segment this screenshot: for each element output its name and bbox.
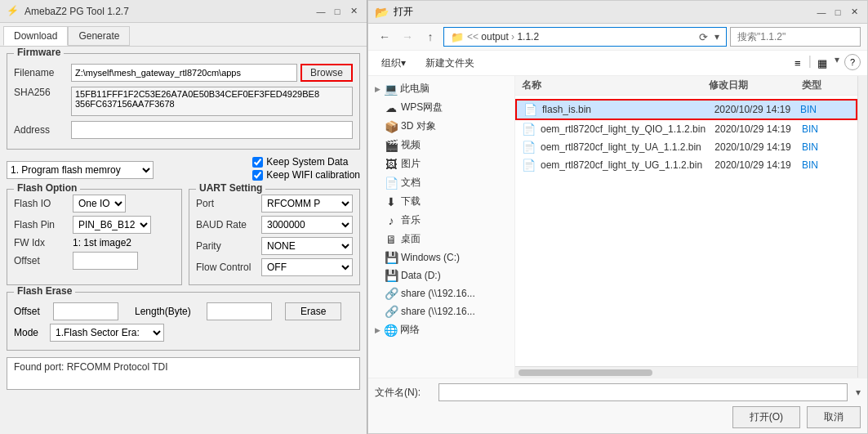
firmware-group-label: Firmware bbox=[14, 47, 64, 58]
baud-row: BAUD Rate 3000000 bbox=[196, 216, 353, 234]
erase-offset-input[interactable] bbox=[53, 302, 118, 320]
erase-button[interactable]: Erase bbox=[285, 302, 341, 320]
erase-mode-select[interactable]: 1.Flash Sector Era: bbox=[50, 324, 164, 342]
cancel-button[interactable]: 取消 bbox=[807, 406, 861, 428]
vertical-scrollbar[interactable] bbox=[857, 76, 867, 378]
tree-label-music: 音乐 bbox=[401, 213, 421, 227]
flash-offset-input[interactable] bbox=[73, 252, 138, 270]
address-part-output[interactable]: output bbox=[481, 31, 511, 43]
flow-control-select[interactable]: OFF bbox=[261, 258, 353, 276]
tree-item-network[interactable]: ▶ 🌐 网络 bbox=[368, 320, 514, 339]
tree-item-pictures[interactable]: 🖼 图片 bbox=[368, 154, 514, 173]
flash-erase-label: Flash Erase bbox=[14, 285, 75, 297]
tree-item-cdrive[interactable]: 💾 Windows (C:) bbox=[368, 248, 514, 266]
keep-wifi-checkbox[interactable] bbox=[252, 170, 263, 181]
forward-button[interactable]: → bbox=[398, 27, 417, 47]
tree-item-music[interactable]: ♪ 音乐 bbox=[368, 211, 514, 230]
flash-uart-row: Flash Option Flash IO One IO Flash Pin P… bbox=[7, 189, 360, 285]
tree-icon-ddrive: 💾 bbox=[385, 269, 398, 282]
tree-icon-share1: 🔗 bbox=[385, 287, 398, 300]
parity-select[interactable]: NONE bbox=[261, 237, 353, 255]
file-list-container: 名称 修改日期 类型 📄 flash_is.bin 2020/10/29 14:… bbox=[515, 76, 857, 378]
tree-icon-cdrive: 💾 bbox=[385, 251, 398, 264]
tree-item-3d[interactable]: 📦 3D 对象 bbox=[368, 117, 514, 136]
tree-icon-wps: ☁ bbox=[385, 101, 398, 114]
port-select[interactable]: RFCOMM P bbox=[261, 195, 353, 213]
status-bar: Found port: RFCOMM Protocol TDI bbox=[7, 357, 360, 390]
open-button[interactable]: 打开(O) bbox=[732, 406, 800, 428]
app-icon: ⚡ bbox=[7, 5, 20, 18]
firmware-group: Firmware Filename Browse SHA256 15FB11FF… bbox=[7, 53, 360, 150]
help-button[interactable]: ? bbox=[844, 54, 861, 70]
tree-item-desktop[interactable]: 🖥 桌面 bbox=[368, 230, 514, 248]
tree-item-docs[interactable]: 📄 文档 bbox=[368, 173, 514, 192]
flash-option-label: Flash Option bbox=[14, 182, 80, 194]
refresh-button[interactable]: ⟳ bbox=[695, 29, 711, 45]
minimize-button[interactable]: — bbox=[314, 5, 327, 18]
baud-select[interactable]: 3000000 bbox=[261, 216, 353, 234]
dialog-title-left: 📂 打开 bbox=[375, 5, 413, 19]
file-row-qio[interactable]: 📄 oem_rtl8720cf_light_ty_QIO_1.1.2.bin 2… bbox=[515, 120, 857, 138]
tree-item-share1[interactable]: 🔗 share (\\192.16... bbox=[368, 284, 514, 302]
parity-row: Parity NONE bbox=[196, 237, 353, 255]
address-dropdown-icon[interactable]: ▾ bbox=[714, 31, 719, 43]
footer-filename-row: 文件名(N): ▾ bbox=[375, 383, 861, 401]
flash-io-select[interactable]: One IO bbox=[73, 195, 126, 213]
file-row-ug[interactable]: 📄 oem_rtl8720cf_light_ty_UG_1.1.2.bin 20… bbox=[515, 156, 857, 174]
tab-download[interactable]: Download bbox=[3, 26, 68, 46]
footer-filename-input[interactable] bbox=[438, 383, 848, 401]
title-bar-left: ⚡ AmebaZ2 PG Tool 1.2.7 bbox=[7, 5, 129, 18]
dialog-close-button[interactable]: ✕ bbox=[848, 6, 861, 19]
tree-item-video[interactable]: 🎬 视频 bbox=[368, 136, 514, 154]
back-button[interactable]: ← bbox=[375, 27, 394, 47]
keep-system-checkbox[interactable] bbox=[252, 157, 263, 168]
file-list: 📄 flash_is.bin 2020/10/29 14:19 BIN 📄 oe… bbox=[515, 96, 857, 366]
uart-setting-label: UART Setting bbox=[196, 182, 265, 194]
view-grid-button[interactable]: ▦ bbox=[813, 54, 831, 72]
browse-button[interactable]: Browse bbox=[300, 64, 353, 82]
file-row-ua[interactable]: 📄 oem_rtl8720cf_light_ty_UA_1.1.2.bin 20… bbox=[515, 138, 857, 156]
tree-item-wps[interactable]: ☁ WPS网盘 bbox=[368, 98, 514, 117]
horizontal-scrollbar[interactable] bbox=[515, 366, 857, 378]
view-dropdown-icon[interactable]: ▾ bbox=[835, 54, 839, 72]
up-button[interactable]: ↑ bbox=[421, 27, 440, 47]
address-input[interactable] bbox=[71, 121, 353, 139]
dialog-body: ▶ 💻 此电脑 ☁ WPS网盘 📦 3D 对象 🎬 视频 🖼 图片 📄 bbox=[368, 76, 867, 378]
tree-item-pc[interactable]: ▶ 💻 此电脑 bbox=[368, 79, 514, 98]
maximize-button[interactable]: □ bbox=[331, 5, 344, 18]
tree-icon-pc: 💻 bbox=[384, 83, 397, 96]
dialog-footer: 文件名(N): ▾ 打开(O) 取消 bbox=[368, 378, 867, 433]
erase-length-input[interactable] bbox=[207, 302, 272, 320]
file-icon-flash-is: 📄 bbox=[523, 103, 537, 116]
close-button[interactable]: ✕ bbox=[347, 5, 360, 18]
parity-label: Parity bbox=[196, 240, 261, 252]
organize-label: 组织▾ bbox=[381, 56, 406, 70]
tree-icon-pictures: 🖼 bbox=[385, 158, 398, 171]
dialog-maximize-button[interactable]: □ bbox=[831, 6, 844, 19]
dialog-minimize-button[interactable]: — bbox=[815, 6, 828, 19]
new-folder-button[interactable]: 新建文件夹 bbox=[419, 55, 481, 72]
flash-pin-select[interactable]: PIN_B6_B12 bbox=[73, 216, 151, 234]
tree-item-ddrive[interactable]: 💾 Data (D:) bbox=[368, 266, 514, 284]
file-row-flash-is[interactable]: 📄 flash_is.bin 2020/10/29 14:19 BIN bbox=[515, 99, 857, 120]
filename-label: Filename bbox=[14, 67, 71, 78]
tree-label-share1: share (\\192.16... bbox=[401, 288, 475, 299]
filename-row: Filename Browse bbox=[14, 64, 353, 82]
dialog-title-controls: — □ ✕ bbox=[815, 6, 861, 19]
filename-input[interactable] bbox=[71, 64, 297, 82]
erase-offset-label: Offset bbox=[14, 306, 47, 317]
program-select[interactable]: 1. Program flash memroy bbox=[7, 161, 154, 179]
tab-generate[interactable]: Generate bbox=[68, 26, 130, 46]
tree-icon-desktop: 🖥 bbox=[385, 233, 398, 246]
filename-dropdown-icon[interactable]: ▾ bbox=[856, 387, 861, 398]
main-content: Firmware Filename Browse SHA256 15FB11FF… bbox=[0, 47, 367, 434]
file-type-flash-is: BIN bbox=[800, 104, 849, 115]
organize-button[interactable]: 组织▾ bbox=[375, 55, 412, 72]
tree-icon-share2: 🔗 bbox=[385, 305, 398, 318]
search-input[interactable] bbox=[730, 27, 861, 47]
sha256-row: SHA256 15FB11FFF1F2C53E26A7A0E50B34CEF0E… bbox=[14, 87, 353, 116]
view-list-button[interactable]: ≡ bbox=[789, 54, 807, 72]
tree-item-share2[interactable]: 🔗 share (\\192.16... bbox=[368, 302, 514, 320]
address-part-112[interactable]: 1.1.2 bbox=[517, 31, 539, 43]
tree-item-downloads[interactable]: ⬇ 下载 bbox=[368, 192, 514, 211]
